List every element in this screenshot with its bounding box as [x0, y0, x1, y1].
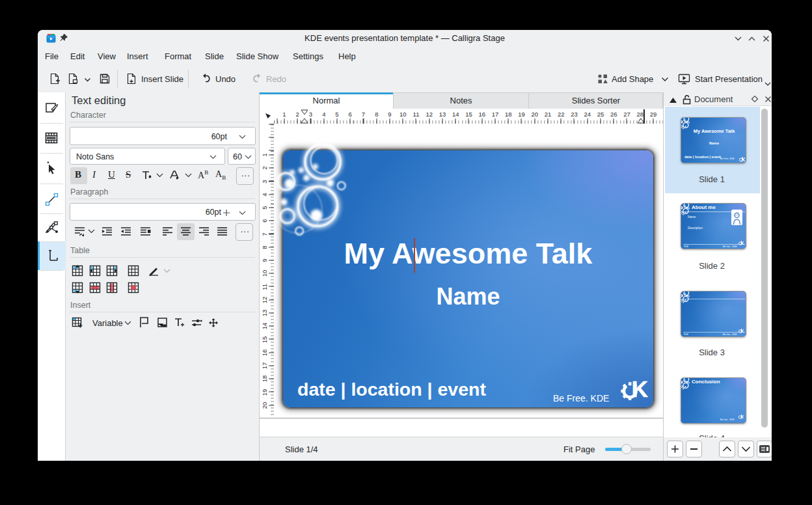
svg-text:K: K [632, 377, 648, 402]
